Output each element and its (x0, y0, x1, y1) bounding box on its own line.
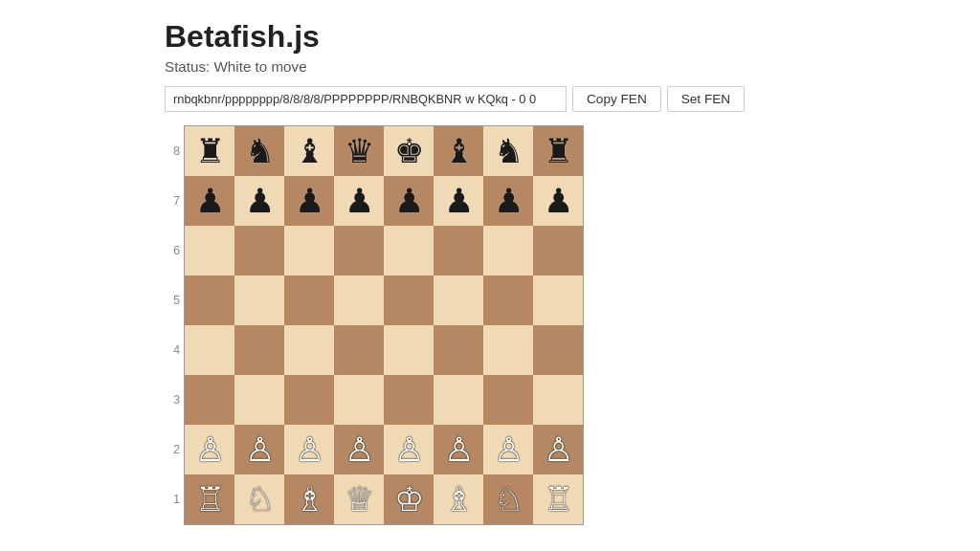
cell-d6[interactable] (334, 226, 384, 276)
cell-f7[interactable]: ♟ (434, 176, 483, 226)
piece-g1: ♘ (494, 482, 523, 516)
rank-label-8: 8 (165, 125, 180, 175)
cell-a1[interactable]: ♖ (185, 474, 234, 524)
piece-h8: ♜ (544, 134, 573, 167)
chess-board: ♜♞♝♛♚♝♞♜♟♟♟♟♟♟♟♟♙♙♙♙♙♙♙♙♖♘♗♕♔♗♘♖ (184, 125, 584, 525)
piece-a1: ♖ (195, 482, 225, 516)
rank-labels: 87654321 (165, 125, 180, 523)
cell-b7[interactable]: ♟ (234, 176, 284, 226)
board-container: 87654321 ♜♞♝♛♚♝♞♜♟♟♟♟♟♟♟♟♙♙♙♙♙♙♙♙♖♘♗♕♔♗♘… (165, 125, 584, 525)
rank-label-5: 5 (165, 275, 180, 324)
piece-f2: ♙ (444, 432, 474, 466)
status-value: White to move (214, 58, 307, 75)
cell-g6[interactable] (483, 226, 533, 276)
cell-b5[interactable] (234, 276, 284, 325)
cell-c7[interactable]: ♟ (284, 176, 334, 226)
rank-label-7: 7 (165, 175, 180, 225)
cell-h6[interactable] (533, 226, 583, 276)
cell-b4[interactable] (234, 325, 284, 375)
cell-d5[interactable] (334, 276, 384, 325)
set-fen-button[interactable]: Set FEN (667, 86, 745, 112)
fen-input[interactable] (165, 86, 567, 112)
cell-c8[interactable]: ♝ (284, 126, 334, 176)
piece-b8: ♞ (245, 134, 275, 167)
cell-g1[interactable]: ♘ (483, 474, 533, 524)
piece-g2: ♙ (494, 432, 523, 466)
piece-b1: ♘ (245, 482, 275, 516)
cell-h7[interactable]: ♟ (533, 176, 583, 226)
cell-a2[interactable]: ♙ (185, 425, 234, 474)
cell-c2[interactable]: ♙ (284, 425, 334, 474)
cell-e4[interactable] (384, 325, 434, 375)
piece-e1: ♔ (394, 482, 424, 516)
cell-h5[interactable] (533, 276, 583, 325)
piece-h2: ♙ (544, 432, 573, 466)
cell-h4[interactable] (533, 325, 583, 375)
cell-c1[interactable]: ♗ (284, 474, 334, 524)
cell-a5[interactable] (185, 276, 234, 325)
cell-g4[interactable] (483, 325, 533, 375)
cell-e3[interactable] (384, 375, 434, 425)
cell-d2[interactable]: ♙ (334, 425, 384, 474)
cell-a4[interactable] (185, 325, 234, 375)
cell-c4[interactable] (284, 325, 334, 375)
piece-b7: ♟ (245, 184, 275, 217)
rank-label-2: 2 (165, 424, 180, 474)
cell-e7[interactable]: ♟ (384, 176, 434, 226)
cell-g3[interactable] (483, 375, 533, 425)
cell-a3[interactable] (185, 375, 234, 425)
piece-g8: ♞ (494, 134, 523, 167)
cell-b1[interactable]: ♘ (234, 474, 284, 524)
cell-f5[interactable] (434, 276, 483, 325)
piece-a8: ♜ (195, 134, 225, 167)
cell-a8[interactable]: ♜ (185, 126, 234, 176)
cell-b6[interactable] (234, 226, 284, 276)
cell-h3[interactable] (533, 375, 583, 425)
piece-h1: ♖ (544, 482, 573, 516)
cell-e8[interactable]: ♚ (384, 126, 434, 176)
cell-f3[interactable] (434, 375, 483, 425)
cell-e1[interactable]: ♔ (384, 474, 434, 524)
cell-e2[interactable]: ♙ (384, 425, 434, 474)
piece-d7: ♟ (345, 184, 374, 217)
cell-c5[interactable] (284, 276, 334, 325)
cell-g5[interactable] (483, 276, 533, 325)
cell-b3[interactable] (234, 375, 284, 425)
cell-c6[interactable] (284, 226, 334, 276)
cell-a6[interactable] (185, 226, 234, 276)
piece-f8: ♝ (444, 134, 474, 167)
cell-g7[interactable]: ♟ (483, 176, 533, 226)
cell-e6[interactable] (384, 226, 434, 276)
cell-b8[interactable]: ♞ (234, 126, 284, 176)
cell-h2[interactable]: ♙ (533, 425, 583, 474)
rank-label-1: 1 (165, 474, 180, 523)
cell-d4[interactable] (334, 325, 384, 375)
page-title: Betafish.js (165, 19, 320, 55)
piece-c1: ♗ (295, 482, 324, 516)
piece-f1: ♗ (444, 482, 474, 516)
cell-d1[interactable]: ♕ (334, 474, 384, 524)
piece-d2: ♙ (345, 432, 374, 466)
cell-g8[interactable]: ♞ (483, 126, 533, 176)
piece-c2: ♙ (295, 432, 324, 466)
cell-b2[interactable]: ♙ (234, 425, 284, 474)
status-label: Status: (165, 58, 210, 75)
cell-f1[interactable]: ♗ (434, 474, 483, 524)
cell-h1[interactable]: ♖ (533, 474, 583, 524)
cell-e5[interactable] (384, 276, 434, 325)
cell-d3[interactable] (334, 375, 384, 425)
cell-d8[interactable]: ♛ (334, 126, 384, 176)
cell-f4[interactable] (434, 325, 483, 375)
cell-a7[interactable]: ♟ (185, 176, 234, 226)
cell-d7[interactable]: ♟ (334, 176, 384, 226)
cell-c3[interactable] (284, 375, 334, 425)
rank-label-4: 4 (165, 324, 180, 374)
copy-fen-button[interactable]: Copy FEN (572, 86, 661, 112)
status-line: Status: White to move (165, 58, 307, 75)
rank-label-3: 3 (165, 374, 180, 424)
cell-f6[interactable] (434, 226, 483, 276)
cell-g2[interactable]: ♙ (483, 425, 533, 474)
cell-f2[interactable]: ♙ (434, 425, 483, 474)
cell-h8[interactable]: ♜ (533, 126, 583, 176)
cell-f8[interactable]: ♝ (434, 126, 483, 176)
